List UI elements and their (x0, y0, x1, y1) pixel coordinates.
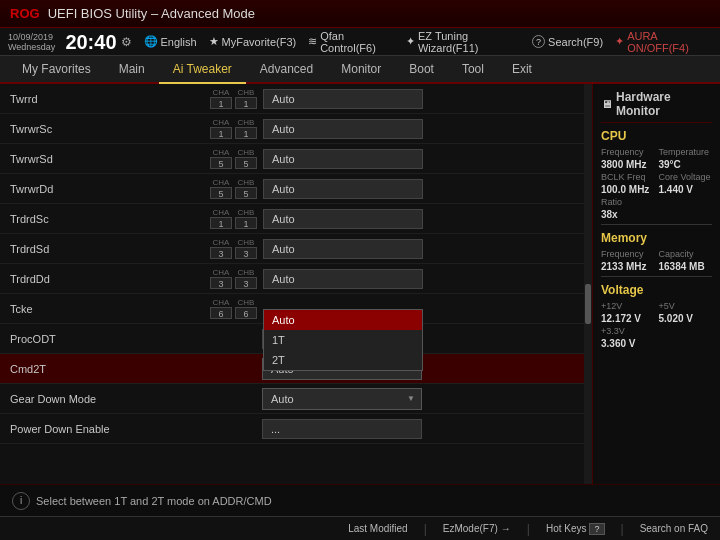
tuning-icon: ✦ (406, 35, 415, 48)
cpu-freq-label: Frequency (601, 147, 655, 157)
main-layout: Twrrd CHA CHB 1 1 Auto TwrwrSc CHA CHB (0, 84, 720, 484)
myfavorite-btn[interactable]: ★ MyFavorite(F3) (209, 35, 297, 48)
setting-row-tcke: Tcke CHA CHB 6 6 Auto 1T 2T (0, 294, 592, 324)
value-trdrddd[interactable]: Auto (263, 269, 423, 289)
bottom-nav: Last Modified | EzMode(F7) → | Hot Keys … (0, 516, 720, 540)
mem-freq-label: Frequency (601, 249, 655, 259)
cpu-temp-value: 39°C (659, 159, 713, 170)
cpu-temp-label: Temperature (659, 147, 713, 157)
chip-pair-twrrd: CHA CHB 1 1 (210, 88, 257, 109)
ez-mode-btn[interactable]: EzMode(F7) → (443, 523, 511, 534)
bios-title: UEFI BIOS Utility – Advanced Mode (48, 6, 255, 21)
setting-row-twrrd: Twrrd CHA CHB 1 1 Auto (0, 84, 592, 114)
value-twrwrsd[interactable]: Auto (263, 149, 423, 169)
setting-row-trdrdsd: TrdrdSd CHA CHB 3 3 Auto (0, 234, 592, 264)
search-icon: ? (532, 35, 545, 48)
info-text: Select between 1T and 2T mode on ADDR/CM… (36, 495, 272, 507)
chip-pair-twrwrsc: CHA CHB 1 1 (210, 118, 257, 139)
fan-icon: ≋ (308, 35, 317, 48)
info-icon: i (12, 492, 30, 510)
value-trdrdsd[interactable]: Auto (263, 239, 423, 259)
chip-pair-trdrddd: CHA CHB 3 3 (210, 268, 257, 289)
favorite-icon: ★ (209, 35, 219, 48)
mem-cap-value: 16384 MB (659, 261, 713, 272)
v12-label: +12V (601, 301, 655, 311)
monitor-icon: 🖥 (601, 98, 612, 110)
cpu-ratio-label: Ratio (601, 197, 655, 207)
hw-memory-title: Memory (601, 231, 712, 245)
value-trdrdsc[interactable]: Auto (263, 209, 423, 229)
v5-label: +5V (659, 301, 713, 311)
qfan-btn[interactable]: ≋ Qfan Control(F6) (308, 30, 394, 54)
value-twrwrsc[interactable]: Auto (263, 119, 423, 139)
v33-label: +3.3V (601, 326, 655, 336)
v5-value: 5.020 V (659, 313, 713, 324)
mem-freq-value: 2133 MHz (601, 261, 655, 272)
setting-row-gear-down: Gear Down Mode Auto (0, 384, 592, 414)
clock-display: 20:40 (65, 32, 116, 52)
value-power-down[interactable]: ... (262, 419, 422, 439)
hw-monitor-title: 🖥 Hardware Monitor (601, 90, 712, 123)
nav-item-advanced[interactable]: Advanced (246, 56, 327, 84)
top-bar: 10/09/2019 Wednesday 20:40 ⚙ 🌐 English ★… (0, 28, 720, 56)
setting-row-twrwrsd: TwrwrSd CHA CHB 5 5 Auto (0, 144, 592, 174)
chip-pair-twrwrdd: CHA CHB 5 5 (210, 178, 257, 199)
hw-divider-2 (601, 276, 712, 277)
nav-item-ai-tweaker[interactable]: Ai Tweaker (159, 56, 246, 84)
v33-value: 3.360 V (601, 338, 655, 349)
hw-voltage-section: Voltage +12V +5V 12.172 V 5.020 V +3.3V … (601, 283, 712, 349)
hw-voltage-title: Voltage (601, 283, 712, 297)
cpu-volt-value: 1.440 V (659, 184, 713, 195)
setting-row-twrwrdd: TwrwrDd CHA CHB 5 5 Auto (0, 174, 592, 204)
cpu-bclk-label: BCLK Freq (601, 172, 655, 182)
aura-btn[interactable]: ✦ AURA ON/OFF(F4) (615, 30, 712, 54)
rog-logo: ROG (10, 6, 40, 21)
ez-tuning-btn[interactable]: ✦ EZ Tuning Wizard(F11) (406, 30, 520, 54)
nav-bar: My Favorites Main Ai Tweaker Advanced Mo… (0, 56, 720, 84)
cpu-ratio-value: 38x (601, 209, 655, 220)
value-twrwrdd[interactable]: Auto (263, 179, 423, 199)
setting-row-trdrdsc: TrdrdSc CHA CHB 1 1 Auto (0, 204, 592, 234)
language-btn[interactable]: 🌐 English (144, 35, 197, 48)
cpu-freq-value: 3800 MHz (601, 159, 655, 170)
dropdown-option-2t[interactable]: 2T (264, 350, 422, 370)
chip-pair-trdrdsd: CHA CHB 3 3 (210, 238, 257, 259)
tcke-dropdown[interactable]: Auto 1T 2T (263, 309, 423, 371)
settings-gear-icon[interactable]: ⚙ (121, 35, 132, 49)
nav-item-monitor[interactable]: Monitor (327, 56, 395, 84)
aura-icon: ✦ (615, 35, 624, 48)
dropdown-option-1t[interactable]: 1T (264, 330, 422, 350)
dropdown-option-auto[interactable]: Auto (264, 310, 422, 330)
date-text: 10/09/2019 Wednesday (8, 32, 55, 52)
chip-pair-twrwrsd: CHA CHB 5 5 (210, 148, 257, 169)
mem-cap-label: Capacity (659, 249, 713, 259)
setting-row-trdrddd: TrdrdDd CHA CHB 3 3 Auto (0, 264, 592, 294)
hw-monitor-panel: 🖥 Hardware Monitor CPU Frequency Tempera… (592, 84, 720, 484)
hw-cpu-title: CPU (601, 129, 712, 143)
last-modified-label: Last Modified (348, 523, 407, 534)
nav-item-tool[interactable]: Tool (448, 56, 498, 84)
cpu-bclk-value: 100.0 MHz (601, 184, 655, 195)
search-faq-btn[interactable]: Search on FAQ (640, 523, 708, 534)
value-twrrd[interactable]: Auto (263, 89, 423, 109)
hot-keys-btn[interactable]: Hot Keys ? (546, 523, 605, 535)
scroll-thumb[interactable] (585, 284, 591, 324)
chip-pair-tcke: CHA CHB 6 6 (210, 298, 257, 319)
nav-item-exit[interactable]: Exit (498, 56, 546, 84)
setting-row-power-down: Power Down Enable ... (0, 414, 592, 444)
chip-pair-trdrdsc: CHA CHB 1 1 (210, 208, 257, 229)
info-bar: i Select between 1T and 2T mode on ADDR/… (0, 484, 720, 516)
gear-down-select[interactable]: Auto (262, 388, 422, 410)
language-icon: 🌐 (144, 35, 158, 48)
content-area: Twrrd CHA CHB 1 1 Auto TwrwrSc CHA CHB (0, 84, 592, 484)
hot-keys-key: ? (589, 523, 604, 535)
nav-item-favorites[interactable]: My Favorites (8, 56, 105, 84)
nav-item-main[interactable]: Main (105, 56, 159, 84)
hw-cpu-section: CPU Frequency Temperature 3800 MHz 39°C … (601, 129, 712, 220)
scroll-track[interactable] (584, 84, 592, 484)
v12-value: 12.172 V (601, 313, 655, 324)
setting-row-twrwrsc: TwrwrSc CHA CHB 1 1 Auto (0, 114, 592, 144)
nav-item-boot[interactable]: Boot (395, 56, 448, 84)
search-btn[interactable]: ? Search(F9) (532, 35, 603, 48)
hw-memory-section: Memory Frequency Capacity 2133 MHz 16384… (601, 231, 712, 272)
